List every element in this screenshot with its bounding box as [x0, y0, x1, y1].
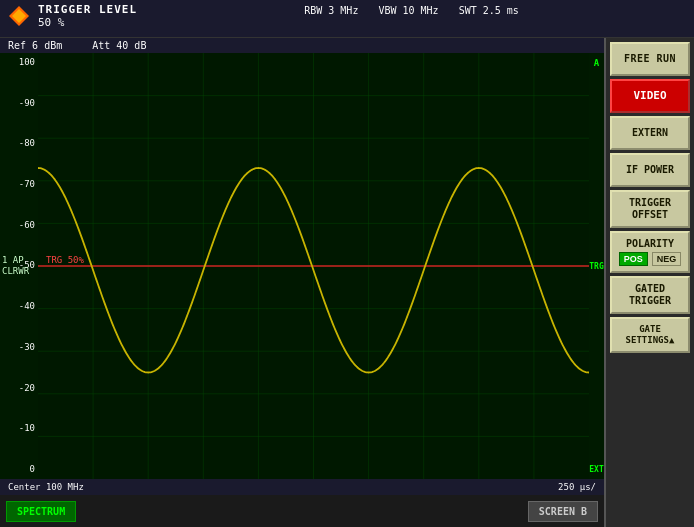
- y-label-60: -60: [0, 221, 38, 230]
- spectrum-button[interactable]: SPECTRUM: [6, 501, 76, 522]
- footer: SPECTRUM SCREEN B: [0, 495, 604, 527]
- y-label-80: -80: [0, 139, 38, 148]
- if-power-button[interactable]: IF POWER: [610, 153, 690, 187]
- y-label-10: -10: [0, 424, 38, 433]
- ref-att-line: Ref 6 dBm Att 40 dB: [0, 38, 604, 53]
- content-area: Ref 6 dBm Att 40 dB 100 -90 -80 -70 -60 …: [0, 38, 694, 527]
- vbw-param: VBW 10 MHz: [378, 5, 438, 16]
- logo: [8, 5, 30, 27]
- swt-param: SWT 2.5 ms: [459, 5, 519, 16]
- main-container: TRIGGER LEVEL 50 % RBW 3 MHz VBW 10 MHz …: [0, 0, 694, 527]
- trigger-value: 50 %: [38, 16, 137, 29]
- polarity-label: POLARITY: [626, 238, 674, 250]
- svg-text:TRG 50%: TRG 50%: [46, 255, 85, 265]
- free-run-button[interactable]: FREE RUN: [610, 42, 690, 76]
- indicator-a: A: [594, 58, 599, 68]
- right-panel: FREE RUN VIDEO EXTERN IF POWER TRIGGER O…: [604, 38, 694, 527]
- y-label-20: -20: [0, 384, 38, 393]
- extern-button[interactable]: EXTERN: [610, 116, 690, 150]
- indicator-ext: EXT: [589, 465, 603, 474]
- gate-settings-button[interactable]: GATE SETTINGS▲: [610, 317, 690, 353]
- y-label-30: -30: [0, 343, 38, 352]
- center-freq: Center 100 MHz: [8, 482, 84, 492]
- att-value: Att 40 dB: [92, 40, 146, 51]
- rbw-param: RBW 3 MHz: [304, 5, 358, 16]
- pos-button[interactable]: POS: [619, 252, 648, 266]
- chart-svg-container: TRG 50% TRG 50%: [38, 53, 589, 479]
- bottom-labels: Center 100 MHz 250 µs/: [0, 479, 604, 495]
- y-label-90: -90: [0, 99, 38, 108]
- indicator-trg: TRG: [589, 262, 603, 271]
- trace-label: 1 APCLRWR: [2, 255, 29, 277]
- right-indicators: A TRG EXT: [589, 53, 604, 479]
- top-bar: TRIGGER LEVEL 50 % RBW 3 MHz VBW 10 MHz …: [0, 0, 694, 38]
- y-label-0: 0: [0, 465, 38, 474]
- chart-svg: TRG 50% TRG 50%: [38, 53, 589, 479]
- chart-wrapper: 100 -90 -80 -70 -60 -50 -40 -30 -20 -10 …: [0, 53, 604, 479]
- sweep-params: RBW 3 MHz VBW 10 MHz SWT 2.5 ms: [304, 3, 519, 16]
- polarity-control: POLARITY POS NEG: [610, 231, 690, 273]
- polarity-row: POS NEG: [619, 252, 682, 266]
- video-button[interactable]: VIDEO: [610, 79, 690, 113]
- y-label-100: 100: [0, 58, 38, 67]
- screen-b-button[interactable]: SCREEN B: [528, 501, 598, 522]
- y-label-70: -70: [0, 180, 38, 189]
- sweep-time-label: 250 µs/: [558, 482, 596, 492]
- trigger-offset-button[interactable]: TRIGGER OFFSET: [610, 190, 690, 228]
- neg-button[interactable]: NEG: [652, 252, 682, 266]
- trigger-info: TRIGGER LEVEL 50 %: [38, 3, 137, 29]
- screen-area: Ref 6 dBm Att 40 dB 100 -90 -80 -70 -60 …: [0, 38, 604, 527]
- trigger-title: TRIGGER LEVEL: [38, 3, 137, 16]
- y-label-40: -40: [0, 302, 38, 311]
- gated-trigger-button[interactable]: GATED TRIGGER: [610, 276, 690, 314]
- ref-value: Ref 6 dBm: [8, 40, 62, 51]
